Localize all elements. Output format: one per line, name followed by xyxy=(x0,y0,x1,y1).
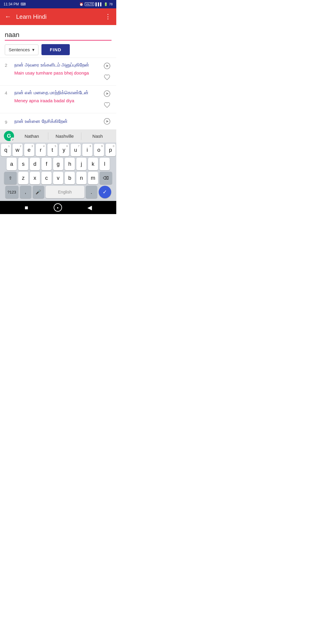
key-m[interactable]: m xyxy=(88,172,98,184)
svg-marker-1 xyxy=(106,65,109,67)
result-content: நான் உன்னை நேசிக்கிறேன் xyxy=(14,118,99,125)
result-actions xyxy=(103,89,112,109)
search-input[interactable] xyxy=(5,30,112,40)
keyboard-icon: ⌨ xyxy=(21,2,26,6)
app-title: Learn Hindi xyxy=(16,13,105,20)
shift-key[interactable]: ⇧ xyxy=(4,172,17,184)
result-tamil: நான் உன்னை நேசிக்கிறேன் xyxy=(14,118,99,125)
results-list: 2 நான் அவரை உங்களிடம் அனுப்புகிறேன் Main… xyxy=(0,58,116,129)
key-a[interactable]: a xyxy=(7,158,17,170)
status-time: 11:34 PM xyxy=(4,2,19,6)
status-bar: 11:34 PM ⌨ ⏰ VoLTE ▌▌▌ 🔋 78 xyxy=(0,0,116,8)
key-d[interactable]: d xyxy=(30,158,40,170)
svg-marker-3 xyxy=(106,92,109,95)
key-x[interactable]: x xyxy=(30,172,40,184)
result-actions xyxy=(103,117,112,126)
key-l[interactable]: l xyxy=(100,158,110,170)
keyboard-row-2: a s d f g h j k l xyxy=(1,158,116,170)
key-c[interactable]: c xyxy=(41,172,52,184)
result-content: நான் அவரை உங்களிடம் அனுப்புகிறேன் Main u… xyxy=(14,61,99,77)
key-t[interactable]: 5t xyxy=(47,144,58,156)
status-left: 11:34 PM ⌨ xyxy=(4,2,26,6)
key-o[interactable]: 9o xyxy=(94,144,104,156)
result-item: 2 நான் அவரை உங்களிடம் அனுப்புகிறேன் Main… xyxy=(0,58,116,86)
keyboard-row-4: ?123 , 🎤 English . ✓ xyxy=(1,186,116,198)
key-p[interactable]: 0p xyxy=(106,144,116,156)
mic-icon-key[interactable]: 🎤 xyxy=(33,186,44,198)
result-content: நான் என் மனதை மாற்றிக்கொண்டேன் Meney apn… xyxy=(14,89,99,104)
result-item: 4 நான் என் மனதை மாற்றிக்கொண்டேன் Meney a… xyxy=(0,86,116,113)
result-tamil: நான் என் மனதை மாற்றிக்கொண்டேன் xyxy=(14,89,99,96)
filter-row: Sentences ▾ FIND xyxy=(5,44,112,55)
suggestion-nashville[interactable]: Nashville xyxy=(48,132,81,140)
volte-icon: VoLTE xyxy=(85,2,94,6)
keyboard: 1q 2w 3e 4r 5t 6y 7u 8i 9o 0p a s d f g … xyxy=(0,143,116,201)
find-button[interactable]: FIND xyxy=(41,44,70,55)
mic-key[interactable]: , xyxy=(20,186,31,198)
play-button[interactable] xyxy=(103,89,112,98)
suggestion-items: Nathan Nashville Nash xyxy=(16,132,114,140)
keyboard-row-1: 1q 2w 3e 4r 5t 6y 7u 8i 9o 0p xyxy=(1,144,116,156)
key-s[interactable]: s xyxy=(18,158,28,170)
key-u[interactable]: 7u xyxy=(71,144,81,156)
status-right: ⏰ VoLTE ▌▌▌ 🔋 78 xyxy=(79,2,113,6)
key-v[interactable]: v xyxy=(53,172,63,184)
search-input-wrapper xyxy=(5,30,112,41)
key-w[interactable]: 2w xyxy=(13,144,23,156)
result-num: 4 xyxy=(5,89,11,95)
suggestion-nathan[interactable]: Nathan xyxy=(16,132,48,140)
key-y[interactable]: 6y xyxy=(59,144,69,156)
more-options-button[interactable]: ⋮ xyxy=(105,13,112,21)
battery-icon: 🔋 xyxy=(104,2,108,6)
favorite-button[interactable] xyxy=(103,73,112,82)
key-b[interactable]: b xyxy=(65,172,75,184)
grammarly-logo: G xyxy=(4,131,14,141)
key-r[interactable]: 4r xyxy=(36,144,46,156)
key-i[interactable]: 8i xyxy=(82,144,92,156)
favorite-button[interactable] xyxy=(103,100,112,109)
play-button[interactable] xyxy=(103,117,112,126)
enter-key[interactable]: ✓ xyxy=(99,186,111,198)
bottom-nav: ■ ● ◀ xyxy=(0,201,116,214)
space-key[interactable]: English xyxy=(46,186,84,198)
signal-icon: ▌▌▌ xyxy=(95,2,102,6)
key-q[interactable]: 1q xyxy=(1,144,11,156)
result-num: 2 xyxy=(5,61,11,68)
battery-level: 78 xyxy=(109,2,113,6)
key-e[interactable]: 3e xyxy=(24,144,34,156)
result-num: 9 xyxy=(5,118,11,125)
result-tamil: நான் அவரை உங்களிடம் அனுப்புகிறேன் xyxy=(14,61,99,69)
key-g[interactable]: g xyxy=(53,158,63,170)
result-actions xyxy=(103,61,112,82)
result-hindi: Meney apna iraada badal diya xyxy=(14,97,99,104)
filter-label: Sentences xyxy=(9,47,30,52)
keyboard-suggestion-bar: G Nathan Nashville Nash xyxy=(0,129,116,143)
result-item-partial: 9 நான் உன்னை நேசிக்கிறேன் xyxy=(0,113,116,129)
back-button[interactable]: ← xyxy=(5,13,11,21)
key-k[interactable]: k xyxy=(88,158,98,170)
alarm-icon: ⏰ xyxy=(79,2,83,6)
keyboard-row-3: ⇧ z x c v b n m ⌫ xyxy=(1,172,116,184)
result-hindi: Main usay tumhare pass bhej doonga xyxy=(14,70,99,77)
key-f[interactable]: f xyxy=(41,158,52,170)
recents-button[interactable]: ■ xyxy=(24,204,28,211)
svg-marker-5 xyxy=(106,120,109,123)
delete-key[interactable]: ⌫ xyxy=(100,172,112,184)
grammarly-icon: G xyxy=(2,129,16,143)
search-area: Sentences ▾ FIND xyxy=(0,25,116,58)
home-button[interactable]: ● xyxy=(54,203,62,212)
key-j[interactable]: j xyxy=(76,158,86,170)
suggestion-nash[interactable]: Nash xyxy=(81,132,114,140)
back-nav-button[interactable]: ◀ xyxy=(87,204,92,211)
chevron-down-icon: ▾ xyxy=(32,47,35,52)
key-h[interactable]: h xyxy=(65,158,75,170)
key-n[interactable]: n xyxy=(76,172,86,184)
period-key[interactable]: . xyxy=(86,186,97,198)
app-bar: ← Learn Hindi ⋮ xyxy=(0,8,116,25)
grammarly-wifi-icon xyxy=(10,137,15,142)
filter-dropdown[interactable]: Sentences ▾ xyxy=(5,44,38,55)
num-switch-key[interactable]: ?123 xyxy=(5,186,18,198)
play-button[interactable] xyxy=(103,61,112,70)
key-z[interactable]: z xyxy=(18,172,28,184)
